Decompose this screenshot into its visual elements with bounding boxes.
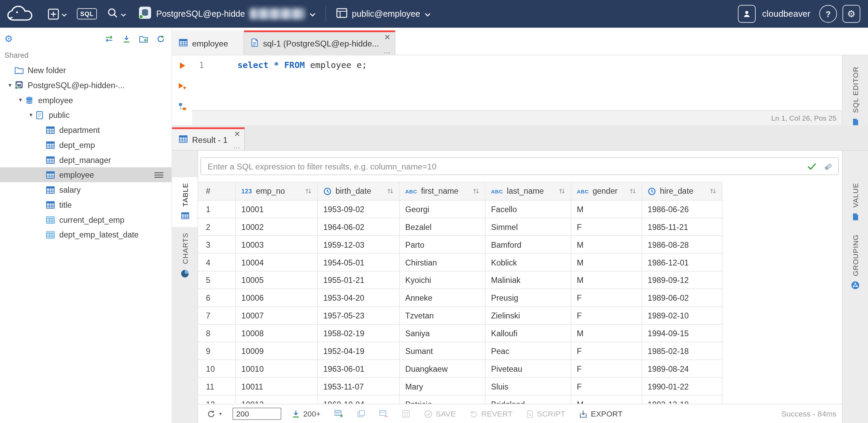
grid-cell[interactable]: 10009 (236, 342, 318, 360)
grid-cell[interactable]: 10004 (236, 254, 318, 272)
export-button[interactable]: EXPORT (576, 409, 626, 419)
grid-cell[interactable]: M (571, 201, 642, 218)
settings-button[interactable]: ⚙ (842, 5, 860, 23)
refresh-result-button[interactable]: ▾ (204, 409, 225, 419)
grid-cell[interactable]: 10011 (236, 378, 318, 396)
tree-item-dept-manager[interactable]: dept_manager (0, 152, 172, 167)
tab-result-1[interactable]: Result - 1 ✕ … (172, 127, 245, 150)
sidebar-settings-icon[interactable]: ⚙ (4, 33, 13, 44)
grid-cell[interactable]: 10006 (236, 289, 318, 307)
grid-cell[interactable]: Chirstian (400, 254, 486, 272)
connection-selector[interactable]: PostgreSQL@ep-hidde (134, 4, 320, 24)
grid-cell[interactable]: F (571, 342, 642, 360)
sort-icon[interactable] (710, 188, 716, 194)
script-button[interactable]: SCRIPT (523, 409, 569, 419)
grid-cell[interactable]: 1953-11-07 (318, 378, 400, 396)
grid-cell[interactable]: Patricio (400, 396, 486, 404)
user-profile-button[interactable] (738, 5, 756, 23)
sort-icon[interactable] (559, 188, 565, 194)
row-number-cell[interactable]: 1 (198, 201, 236, 218)
grid-cell[interactable]: F (571, 218, 642, 236)
column-header-emp_no[interactable]: 123emp_no (236, 182, 318, 201)
grid-cell[interactable]: 1958-02-19 (318, 325, 400, 342)
tab-overflow-icon[interactable]: … (383, 47, 391, 54)
code-editor[interactable]: 1 select*FROMemployee e; (192, 55, 842, 110)
column-header-gender[interactable]: ABCgender (571, 182, 642, 201)
help-button[interactable]: ? (819, 5, 837, 23)
row-number-cell[interactable]: 4 (198, 254, 236, 272)
tree-item-title[interactable]: title (0, 197, 172, 212)
grid-cell[interactable]: 1986-12-01 (642, 254, 723, 272)
grid-cell[interactable]: 10001 (236, 201, 318, 218)
grid-cell[interactable]: Mary (400, 378, 486, 396)
column-header-last_name[interactable]: ABClast_name (486, 182, 571, 201)
chevron-down-icon[interactable]: ▾ (5, 81, 14, 88)
tab-grouping-panel[interactable]: GROUPING (842, 229, 868, 298)
close-icon[interactable]: ✕ (384, 33, 391, 41)
grid-cell[interactable]: 10012 (236, 396, 318, 404)
apply-filter-icon[interactable] (807, 162, 817, 172)
delete-row-button[interactable] (376, 409, 391, 418)
column-header-hire_date[interactable]: hire_date (642, 182, 723, 201)
grid-cell[interactable]: Koblick (486, 254, 571, 272)
selected-row-handle-icon[interactable] (154, 172, 164, 178)
grid-cell[interactable]: 1952-04-19 (318, 342, 400, 360)
chevron-down-icon[interactable]: ▾ (16, 96, 25, 104)
grid-cell[interactable]: 10005 (236, 271, 318, 289)
grid-cell[interactable]: M (571, 254, 642, 272)
grid-cell[interactable]: 10008 (236, 325, 318, 342)
grid-cell[interactable]: Parto (400, 236, 486, 254)
sort-icon[interactable] (305, 188, 311, 194)
close-icon[interactable]: ✕ (234, 130, 240, 138)
row-number-cell[interactable]: 11 (198, 378, 236, 396)
grid-cell[interactable]: 1963-06-01 (318, 360, 400, 378)
sync-with-editor-icon[interactable] (104, 35, 114, 43)
grid-cell[interactable]: Georgi (400, 201, 486, 218)
grid-cell[interactable]: 1964-06-02 (318, 218, 400, 236)
grid-cell[interactable]: 1985-02-18 (642, 342, 723, 360)
filter-input[interactable] (200, 157, 839, 175)
grid-cell[interactable]: Bamford (486, 236, 571, 254)
schema-selector[interactable]: public@employee (331, 5, 435, 22)
grid-cell[interactable]: 1957-05-23 (318, 307, 400, 325)
tab-value-panel[interactable]: VALUE (842, 177, 868, 229)
grid-cell[interactable]: Sumant (400, 342, 486, 360)
tree-item-dept-emp-latest-date[interactable]: dept_emp_latest_date (0, 227, 172, 242)
tree-item-employee[interactable]: employee (0, 167, 172, 182)
grid-cell[interactable]: 1960-10-04 (318, 396, 400, 404)
grid-cell[interactable]: 10010 (236, 360, 318, 378)
grid-cell[interactable]: 10002 (236, 218, 318, 236)
run-script-icon[interactable] (178, 82, 186, 93)
chevron-down-icon[interactable]: ▾ (27, 111, 36, 119)
grid-cell[interactable]: Kalloufi (486, 325, 571, 342)
tree-item-new-folder[interactable]: New folder (0, 63, 172, 78)
grid-cell[interactable]: Facello (486, 201, 571, 218)
tab-employee[interactable]: employee (172, 30, 244, 55)
new-folder-icon[interactable] (139, 35, 149, 43)
row-number-cell[interactable]: 6 (198, 289, 236, 307)
grid-cell[interactable]: 1986-08-28 (642, 236, 723, 254)
grid-cell[interactable]: Anneke (400, 289, 486, 307)
grid-cell[interactable]: 1985-11-21 (642, 218, 723, 236)
tree-item-employee[interactable]: ▾employee (0, 93, 172, 108)
grid-cell[interactable]: 1959-12-03 (318, 236, 400, 254)
grid-cell[interactable]: 10003 (236, 236, 318, 254)
new-object-button[interactable] (45, 6, 69, 22)
row-number-cell[interactable]: 9 (198, 342, 236, 360)
grid-cell[interactable]: Zielinski (486, 307, 571, 325)
run-query-icon[interactable] (178, 62, 186, 72)
sort-icon[interactable] (387, 188, 393, 194)
tab-overflow-icon[interactable]: … (233, 142, 240, 150)
duplicate-row-button[interactable] (354, 409, 369, 418)
sql-editor-button[interactable]: SQL (75, 6, 99, 22)
grid-cell[interactable]: 10007 (236, 307, 318, 325)
row-number-cell[interactable]: 2 (198, 218, 236, 236)
grid-cell[interactable]: F (571, 289, 642, 307)
row-number-cell[interactable]: 7 (198, 307, 236, 325)
grid-cell[interactable]: 1989-02-10 (642, 307, 723, 325)
grid-cell[interactable]: F (571, 378, 642, 396)
fetch-more-button[interactable]: 200+ (288, 409, 324, 419)
row-number-cell[interactable]: 10 (198, 360, 236, 378)
grid-cell[interactable]: 1953-04-20 (318, 289, 400, 307)
grid-cell[interactable]: F (571, 360, 642, 378)
